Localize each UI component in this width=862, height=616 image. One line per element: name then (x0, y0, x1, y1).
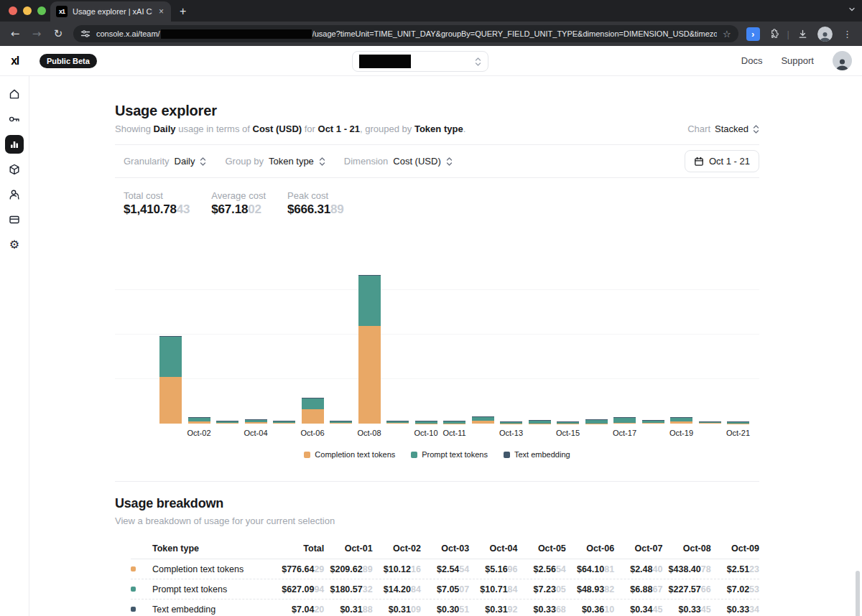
breakdown-title: Usage breakdown (115, 496, 759, 511)
bar-segment (670, 418, 692, 421)
filter-bar: Granularity Daily Group by Token type Di… (115, 144, 759, 178)
address-bar[interactable]: console.x.ai/team/ /usage?timeUnit=TIME_… (73, 25, 738, 42)
bar-segment (670, 417, 692, 418)
bar-segment (642, 421, 664, 423)
reload-button[interactable]: ↻ (49, 27, 68, 40)
bar-segment (245, 420, 267, 422)
bar-segment (386, 421, 409, 421)
groupby-select[interactable]: Group by Token type (225, 156, 325, 167)
bar-segment (642, 423, 664, 424)
bar-segment (472, 421, 494, 424)
team-selector[interactable] (352, 51, 488, 72)
chart-bar-oct-09 (386, 257, 409, 424)
subtitle-segment: for (302, 123, 318, 134)
bar-segment (529, 420, 551, 421)
chart-bar-oct-14 (529, 257, 551, 424)
chart-bar-oct-06 (302, 257, 324, 424)
user-avatar[interactable] (833, 51, 852, 70)
date-range-value: Oct 1 - 21 (709, 156, 750, 167)
bar-segment (188, 417, 210, 418)
chart-bar-oct-18 (642, 257, 664, 424)
chart-type-select[interactable]: Chart Stacked (687, 123, 759, 134)
bar-segment (159, 377, 182, 424)
toolbar-divider: | (787, 29, 789, 39)
sidebar-item-api-keys[interactable] (5, 110, 24, 129)
xai-logo[interactable]: xl (0, 55, 29, 67)
sidebar-item-usage[interactable] (5, 135, 24, 154)
public-beta-badge: Public Beta (40, 54, 97, 68)
table-header-cell: Oct-08 (662, 543, 710, 554)
value-cell: $48.9382 (566, 584, 614, 594)
table-header-cell: Token type (152, 543, 276, 554)
sidebar-item-home[interactable] (5, 85, 24, 103)
date-range-button[interactable]: Oct 1 - 21 (685, 150, 759, 172)
bookmark-star-icon[interactable]: ☆ (717, 29, 731, 39)
bar-segment (358, 275, 381, 276)
url-suffix: /usage?timeUnit=TIME_UNIT_DAY&groupBy=QU… (312, 29, 717, 38)
value-cell: $14.2084 (373, 584, 421, 594)
bar-segment (330, 421, 352, 421)
x-axis-tick: Oct-19 (669, 429, 693, 437)
bar-segment (273, 421, 295, 423)
support-link[interactable]: Support (781, 55, 814, 66)
page-subtitle: Showing Daily usage in terms of Cost (US… (115, 123, 465, 134)
legend-swatch-icon (304, 452, 310, 458)
bar-segment (727, 421, 749, 422)
downloads-icon[interactable] (797, 29, 808, 39)
forward-button[interactable]: → (27, 27, 46, 40)
extensions-puzzle-icon[interactable] (769, 29, 779, 39)
chart-bar-oct-02 (188, 257, 210, 424)
bar-segment (245, 422, 267, 424)
value-cell: $776.6429 (276, 564, 324, 574)
close-window-button[interactable] (9, 6, 17, 15)
subtitle-segment: usage in terms of (176, 123, 253, 134)
x-axis-tick: Oct-11 (442, 429, 465, 437)
bar-segment (330, 421, 352, 423)
back-button[interactable]: ← (6, 27, 24, 40)
stat-label: Peak cost (287, 190, 344, 201)
sidebar-item-billing[interactable] (5, 210, 24, 229)
window-controls[interactable] (0, 0, 55, 22)
bar-segment (302, 398, 324, 409)
stat-label: Total cost (124, 190, 190, 201)
table-header-cell: Total (276, 543, 324, 554)
bar-segment (699, 423, 721, 424)
value-cell: $209.6289 (324, 564, 372, 574)
tab-close-icon[interactable]: × (157, 6, 165, 17)
row-swatch-icon (131, 587, 136, 592)
search-tabs-button[interactable] (848, 5, 856, 14)
new-tab-button[interactable]: + (180, 5, 186, 18)
site-settings-icon[interactable] (80, 29, 91, 39)
browser-profile-avatar[interactable] (817, 27, 833, 42)
section-divider (115, 481, 759, 482)
legend-item: Completion text tokens (304, 450, 395, 459)
table-header-row: Token typeTotalOct-01Oct-02Oct-03Oct-04O… (131, 538, 759, 559)
stat-value: $67.18 (211, 202, 248, 216)
bar-segment (613, 418, 636, 423)
gear-icon: ⚙ (9, 239, 19, 251)
minimize-window-button[interactable] (23, 6, 32, 15)
bar-segment (500, 421, 522, 422)
browser-tab[interactable]: x1 Usage explorer | xAI Cloud Co × (50, 1, 171, 22)
page-scrollbar-thumb[interactable] (856, 571, 860, 616)
chrome-menu-icon[interactable]: ⋮ (843, 29, 852, 39)
table-header-cell: Oct-04 (469, 543, 517, 554)
zoom-window-button[interactable] (37, 6, 46, 15)
sidebar-item-team[interactable] (5, 185, 24, 204)
row-swatch-icon (131, 566, 136, 571)
bar-segment (159, 337, 182, 377)
table-header-cell: Oct-05 (518, 543, 566, 554)
value-cell: $10.7184 (469, 584, 517, 594)
sidebar-item-settings[interactable]: ⚙ (5, 235, 24, 254)
bar-segment (472, 417, 494, 421)
browser-tab-bar: x1 Usage explorer | xAI Cloud Co × + (0, 0, 862, 22)
legend-label: Prompt text tokens (422, 450, 488, 459)
x-axis-tick: Oct-08 (357, 429, 381, 437)
blue-extension-icon[interactable]: › (746, 27, 760, 41)
value-cell: $7.2305 (518, 584, 566, 594)
sidebar-item-models[interactable] (5, 160, 24, 179)
granularity-select[interactable]: Granularity Daily (124, 156, 206, 167)
x-axis-tick: Oct-04 (244, 429, 267, 437)
dimension-select[interactable]: Dimension Cost (USD) (344, 156, 453, 167)
docs-link[interactable]: Docs (741, 55, 763, 66)
